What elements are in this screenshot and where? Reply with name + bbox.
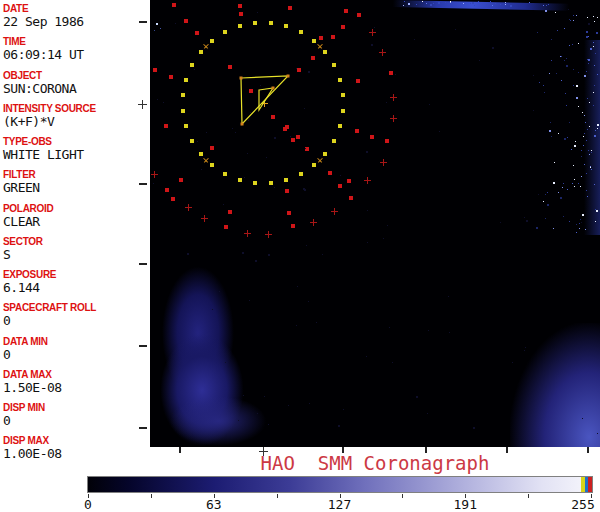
field-label: TIME [3,36,149,47]
triangle-vertex-dot [241,123,244,126]
axis-tick [139,263,147,265]
triangle-vertex-dot [272,87,275,90]
field-label: INTENSITY SOURCE [3,103,149,114]
colorbar-tick-label: 63 [192,497,236,512]
metadata-field: DATE22 Sep 1986 [3,3,149,29]
field-label: EXPOSURE [3,269,149,280]
field-label: FILTER [3,169,149,180]
colorbar-tick-label: 127 [318,497,362,512]
field-label: DATA MIN [3,336,149,347]
axis-tick-cross [259,447,268,456]
colorbar-gradient [87,476,593,493]
field-value: SUN:CORONA [3,81,149,96]
axis-tick [139,183,147,185]
metadata-field: DATA MIN0 [3,336,149,362]
metadata-field: DISP MIN0 [3,402,149,428]
field-label: SPACECRAFT ROLL [3,302,149,313]
axis-tick [342,447,344,453]
axis-tick [139,21,147,23]
image-area [150,0,600,447]
field-label: SECTOR [3,236,149,247]
metadata-field: TIME06:09:14 UT [3,36,149,62]
field-value: 0 [3,413,149,428]
pointing-triangle-inner [259,88,273,110]
field-value: 06:09:14 UT [3,47,149,62]
field-label: DISP MIN [3,402,149,413]
metadata-field: DISP MAX1.00E-08 [3,435,149,461]
metadata-field: POLAROIDCLEAR [3,203,149,229]
field-value: (K+F)*V [3,114,149,129]
colorbar-tick-label: 255 [561,497,600,512]
colorbar-tick [151,494,152,498]
triangle-vertex-dot [240,77,243,80]
field-value: 22 Sep 1986 [3,14,149,29]
field-value: GREEN [3,180,149,195]
pointing-triangle-overlay [150,0,600,447]
axis-tick [587,447,589,453]
axis-tick [139,345,147,347]
field-value: CLEAR [3,214,149,229]
field-label: DISP MAX [3,435,149,446]
colorbar-tick-label: 0 [66,497,110,512]
axis-tick [179,447,181,453]
field-label: POLAROID [3,203,149,214]
metadata-field: INTENSITY SOURCE(K+F)*V [3,103,149,129]
field-value: S [3,247,149,262]
colorbar-tick [277,494,278,498]
field-label: DATA MAX [3,369,149,380]
field-value: 0 [3,313,149,328]
metadata-field: SECTORS [3,236,149,262]
field-value: WHITE LIGHT [3,147,149,162]
axis-tick [139,427,147,429]
pointing-triangle-outer [241,76,288,124]
field-value: 6.144 [3,280,149,295]
field-label: TYPE-OBS [3,136,149,147]
colorbar-tick [528,494,529,498]
field-label: DATE [3,3,149,14]
smm-viewer-window: DATE22 Sep 1986TIME06:09:14 UTOBJECTSUN:… [0,0,600,512]
metadata-field: OBJECTSUN:CORONA [3,70,149,96]
metadata-field: TYPE-OBSWHITE LIGHT [3,136,149,162]
axis-tick [425,447,427,453]
field-label: OBJECT [3,70,149,81]
metadata-field: SPACECRAFT ROLL0 [3,302,149,328]
metadata-sidebar: DATE22 Sep 1986TIME06:09:14 UTOBJECTSUN:… [0,0,150,447]
axis-tick-cross [138,100,147,109]
metadata-field: EXPOSURE6.144 [3,269,149,295]
footer-title: HAO SMM Coronagraph [150,452,600,474]
metadata-field: FILTERGREEN [3,169,149,195]
field-value: 1.50E-08 [3,380,149,395]
metadata-field: DATA MAX1.50E-08 [3,369,149,395]
colorbar-tick [402,494,403,498]
colorbar-tick-label: 191 [443,497,487,512]
field-value: 0 [3,347,149,362]
field-value: 1.00E-08 [3,446,149,461]
triangle-vertex-dot [287,75,290,78]
axis-tick [506,447,508,453]
